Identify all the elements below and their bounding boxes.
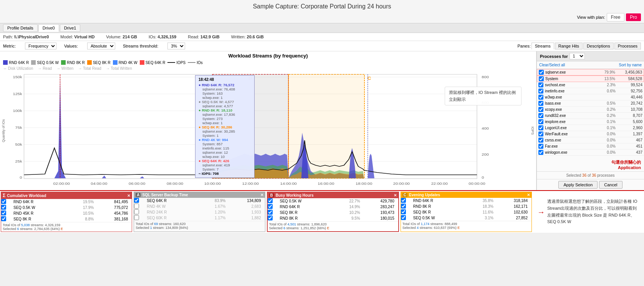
process-pct-2: 2.3% (596, 83, 616, 87)
svg-text:10:00:00: 10:00:00 (204, 182, 221, 186)
process-io-13: 437 (616, 150, 642, 155)
bottom-area: Σ Cumulative Workload ✕ RND 64K R 19.5% … (0, 190, 644, 233)
panel-a-check-4[interactable] (134, 215, 139, 220)
cancel-btn[interactable]: Cancel (599, 181, 622, 189)
sort-by-name-link[interactable]: Sort by name (619, 63, 642, 67)
panel-b-check-4[interactable] (268, 215, 273, 220)
process-check-10[interactable] (538, 131, 543, 136)
tooltip-seq05w-sql: sqlservr.exe: 4,577 (199, 104, 251, 108)
panel-a-check-2[interactable] (134, 204, 139, 209)
process-check-7[interactable] (538, 113, 543, 118)
process-pct-10: 0.0% (596, 132, 616, 136)
panel-a-check-1[interactable] (134, 198, 139, 203)
process-pct-11: 0.0% (596, 138, 616, 142)
svg-text:22:00:00: 22:00:00 (431, 182, 448, 186)
process-check-0[interactable] (539, 70, 544, 75)
panel-c-check-4[interactable] (401, 215, 406, 220)
legend-ios: IOs (188, 61, 203, 65)
panel-a-close[interactable]: ✕ (260, 193, 263, 197)
process-check-3[interactable] (538, 89, 543, 94)
panel-b-e-link[interactable]: E (327, 226, 329, 230)
pane-range-hits-btn[interactable]: Range Hits (555, 43, 583, 49)
tooltip-seq64r-sys: System: 7 (199, 167, 251, 171)
tab-profile-details[interactable]: Profile Details (3, 24, 38, 32)
panel-c-check-2[interactable] (401, 204, 406, 209)
panel-b-name-2: RND 64K R (280, 204, 333, 210)
process-check-11[interactable] (538, 138, 543, 143)
process-pct-6: 0.2% (596, 107, 616, 112)
sigma-check-4[interactable] (1, 216, 6, 221)
tooltip-rnd8r-sys: System: 273 (199, 117, 251, 121)
sigma-footer: Total IOs of 5,038 streams: 4,326,159 Se… (1, 222, 132, 232)
tab-drive0[interactable]: Drive0 (38, 24, 59, 32)
apply-selection-btn[interactable]: Apply Selection (558, 181, 598, 189)
btn-pro[interactable]: Pro (626, 13, 641, 21)
process-check-1[interactable] (539, 76, 544, 81)
tab-drive1[interactable]: Drive1 (60, 24, 81, 32)
sigma-e-link[interactable]: E (61, 227, 63, 231)
sigma-close[interactable]: ✕ (127, 194, 130, 198)
process-check-13[interactable] (538, 150, 543, 155)
sigma-name-1: RND 64K R (13, 199, 67, 205)
panel-c-check-1[interactable] (401, 198, 406, 203)
panel-b-check-1[interactable] (268, 198, 273, 203)
panel-b-val-2: 283,247 (360, 204, 394, 210)
sigma-val-3: 454,786 (94, 210, 128, 216)
bottom-right-annotation: → 透過滑鼠框選您想了解的區段，立刻統計各種 IO Stream出現過的次數及百… (533, 191, 644, 233)
path-value: \\.\PhysicalDrive0 (14, 35, 49, 39)
process-check-8[interactable] (538, 119, 543, 124)
svg-text:20:00:00: 20:00:00 (393, 182, 410, 186)
process-name-10: WerFault.exe (545, 132, 596, 136)
process-check-5[interactable] (538, 101, 543, 106)
clear-select-all-link[interactable]: Clear/Select all (539, 63, 565, 67)
panel-b-close[interactable]: ✕ (394, 193, 397, 197)
legend-rnd8r: RND 8K R (61, 60, 85, 65)
process-check-6[interactable] (538, 107, 543, 112)
panel-a-check-3[interactable] (134, 209, 139, 214)
panes-label: Panes: (517, 44, 530, 48)
sigma-title: Cumulative Workload (7, 194, 46, 198)
btn-free[interactable]: Free (607, 13, 625, 21)
sigma-pct-1: 19.5% (67, 199, 94, 205)
pane-streams-btn[interactable]: Streams (531, 43, 554, 49)
panel-c-val-1: 318,184 (493, 198, 528, 204)
sigma-check-2[interactable] (1, 205, 6, 210)
tooltip-rnd4w: ● RND 4K W: 994 (199, 138, 251, 142)
panel-c-close[interactable]: ✕ (527, 193, 530, 197)
tooltip-iops: ~ IOPS: 708 (199, 171, 251, 176)
process-pct-7: 0.2% (596, 113, 616, 118)
processes-for-select[interactable]: 1 (570, 53, 585, 59)
tooltip-rnd8r: ● RND 8K R: 18,110 (199, 108, 251, 112)
streams-threshold-select[interactable]: 3% (167, 43, 185, 49)
sigma-check-1[interactable] (1, 199, 6, 204)
legend-color-rnd64r (3, 60, 8, 65)
metric-select[interactable]: Frequency (25, 43, 56, 49)
panel-b-check-3[interactable] (268, 210, 273, 215)
pane-descriptions-btn[interactable]: Descriptions (583, 43, 614, 49)
volume-value: 214 GB (123, 35, 137, 39)
sigma-icon: Σ (3, 193, 5, 198)
panel-b-name-1: SEQ 0.5K W (280, 198, 333, 204)
panel-b-footer: Total IOs of 4,501 streams: 1,896,620 Se… (268, 221, 398, 231)
sigma-check-3[interactable] (1, 210, 6, 215)
panel-c-e-link[interactable]: E (457, 226, 460, 230)
values-select[interactable]: Absolute (87, 43, 115, 49)
page-title: Sample Capture: Corporate Portal During … (0, 0, 644, 12)
right-panel-title-bar: Processes for 1 (537, 51, 644, 61)
panel-a-val-1: 134,809 (225, 198, 261, 204)
process-check-12[interactable] (538, 144, 543, 149)
panel-b-check-2[interactable] (268, 204, 273, 209)
pane-processes-btn[interactable]: Processes (614, 43, 641, 49)
panel-c-check-3[interactable] (401, 209, 406, 214)
process-check-4[interactable] (538, 95, 543, 100)
y-axis-left-label: Quantity of IOs (0, 71, 7, 190)
read-label: Read: (188, 35, 199, 39)
tooltip-rnd4w-inet: inetinfo.exe: 115 (199, 146, 251, 150)
process-check-9[interactable] (538, 125, 543, 130)
svg-text:12:00:00: 12:00:00 (242, 182, 259, 186)
chart-outer: Quantity of IOs 150k 125k 100k 75k 50k 2… (0, 71, 536, 190)
process-check-2[interactable] (538, 82, 543, 87)
process-name-1: System (545, 77, 596, 81)
panel-c-row-4: SEQ 0.5K W 3.1% 27,852 (401, 215, 531, 221)
sigma-pct-4: 8.8% (67, 216, 94, 222)
